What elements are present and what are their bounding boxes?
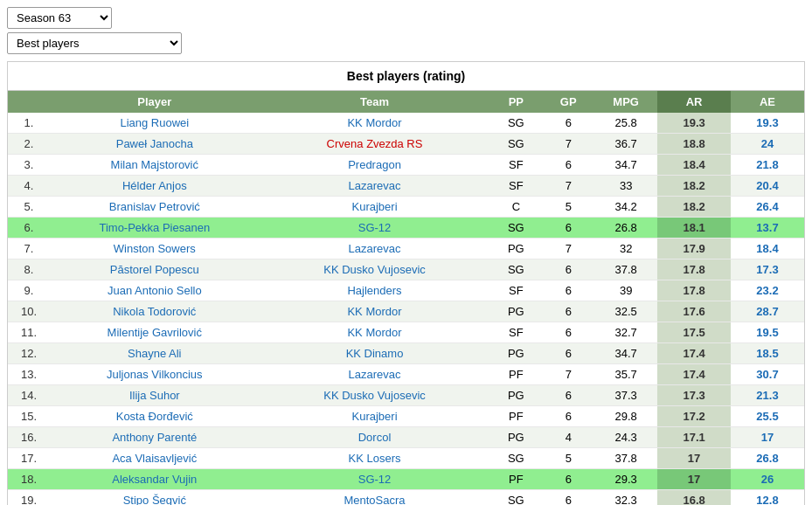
team-name-cell[interactable]: KK Mordor [260,301,490,322]
ae-header: AE [731,91,804,113]
gp-cell: 7 [542,134,594,155]
mpg-cell: 29.8 [594,406,657,427]
team-name-cell[interactable]: Lazarevac [260,239,490,259]
table-row: 7. Winston Sowers Lazarevac PG 7 32 17.9… [8,239,804,259]
gp-cell: 7 [542,239,594,259]
player-name-cell[interactable]: Timo-Pekka Piesanen [50,218,260,239]
team-name-cell[interactable]: Kurajberi [260,406,490,427]
pp-cell: PG [489,301,542,322]
team-name-cell[interactable]: KK Dusko Vujosevic [260,259,490,280]
player-name-cell[interactable]: Milentije Gavrilović [50,322,260,343]
player-name-cell[interactable]: Păstorel Popescu [50,259,260,280]
player-name-cell[interactable]: Aca Vlaisavljević [50,448,260,469]
player-name-cell[interactable]: Milan Majstorović [50,155,260,176]
table-row: 5. Branislav Petrović Kurajberi C 5 34.2… [8,197,804,218]
team-name-cell[interactable]: Predragon [260,155,490,176]
pp-cell: C [489,197,542,218]
player-name-cell[interactable]: Kosta Đorđević [50,406,260,427]
team-header: Team [260,91,490,113]
player-name-cell[interactable]: Stipo Šegvić [50,490,260,506]
player-name-cell[interactable]: Anthony Parenté [50,427,260,448]
mpg-cell: 32 [594,239,657,259]
pp-cell: PF [489,406,542,427]
team-name-cell[interactable]: KK Dinamo [260,343,490,364]
team-name-cell[interactable]: SG-12 [260,218,490,239]
player-name-cell[interactable]: Branislav Petrović [50,197,260,218]
player-name-cell[interactable]: Nikola Todorović [50,301,260,322]
table-row: 1. Liang Ruowei KK Mordor SG 6 25.8 19.3… [8,113,804,134]
table-row: 19. Stipo Šegvić MentoSacra SG 6 32.3 16… [8,490,804,506]
team-name-cell[interactable]: KK Dusko Vujosevic [260,385,490,406]
view-select[interactable]: Best players [7,32,182,54]
team-name-cell[interactable]: KK Mordor [260,322,490,343]
pp-cell: PG [489,385,542,406]
pp-cell: SF [489,322,542,343]
rank-cell: 14. [8,385,50,406]
table-row: 9. Juan Antonio Sello Hajlenders SF 6 39… [8,280,804,301]
player-name-cell[interactable]: Shayne Ali [50,343,260,364]
team-name-cell[interactable]: KK Mordor [260,113,490,134]
player-name-cell[interactable]: Ilija Suhor [50,385,260,406]
season-select[interactable]: Season 63 [7,7,112,29]
player-name-cell[interactable]: Liang Ruowei [50,113,260,134]
player-name-cell[interactable]: Hélder Anjos [50,176,260,197]
player-name-cell[interactable]: Aleksandar Vujin [50,469,260,490]
ae-cell: 20.4 [731,176,804,197]
table-row: 16. Anthony Parenté Dorcol PG 4 24.3 17.… [8,427,804,448]
team-name-cell[interactable]: Kurajberi [260,197,490,218]
mpg-cell: 32.7 [594,322,657,343]
team-name-cell[interactable]: Lazarevac [260,176,490,197]
pp-cell: SG [489,113,542,134]
ar-cell: 17.4 [657,364,731,385]
player-name-cell[interactable]: Juan Antonio Sello [50,280,260,301]
gp-cell: 7 [542,176,594,197]
ae-cell: 12.8 [731,490,804,506]
gp-cell: 6 [542,385,594,406]
gp-cell: 6 [542,301,594,322]
ae-cell: 25.5 [731,406,804,427]
team-name-cell[interactable]: Dorcol [260,427,490,448]
player-name-cell[interactable]: Paweł Janocha [50,134,260,155]
table-row: 8. Păstorel Popescu KK Dusko Vujosevic S… [8,259,804,280]
rank-cell: 15. [8,406,50,427]
rank-cell: 16. [8,427,50,448]
gp-cell: 6 [542,343,594,364]
gp-cell: 6 [542,259,594,280]
rank-cell: 2. [8,134,50,155]
pp-cell: PG [489,343,542,364]
team-name-cell[interactable]: Hajlenders [260,280,490,301]
gp-header: GP [542,91,594,113]
ae-cell: 23.2 [731,280,804,301]
ae-cell: 21.8 [731,155,804,176]
team-name-cell[interactable]: MentoSacra [260,490,490,506]
ae-cell: 18.4 [731,239,804,259]
gp-cell: 6 [542,155,594,176]
table-row: 10. Nikola Todorović KK Mordor PG 6 32.5… [8,301,804,322]
ar-cell: 17.8 [657,259,731,280]
rank-cell: 19. [8,490,50,506]
ae-cell: 21.3 [731,385,804,406]
ae-cell: 17 [731,427,804,448]
ar-cell: 17.8 [657,280,731,301]
ae-cell: 17.3 [731,259,804,280]
ar-cell: 17.3 [657,385,731,406]
player-name-cell[interactable]: Juljonas Vilkoncius [50,364,260,385]
player-name-cell[interactable]: Winston Sowers [50,239,260,259]
team-name-cell[interactable]: Crvena Zvezda RS [260,134,490,155]
mpg-cell: 37.8 [594,448,657,469]
gp-cell: 6 [542,113,594,134]
pp-cell: SF [489,155,542,176]
mpg-cell: 36.7 [594,134,657,155]
team-name-cell[interactable]: Lazarevac [260,364,490,385]
ae-cell: 24 [731,134,804,155]
gp-cell: 7 [542,364,594,385]
table-row: 17. Aca Vlaisavljević KK Losers SG 5 37.… [8,448,804,469]
team-name-cell[interactable]: SG-12 [260,469,490,490]
gp-cell: 4 [542,427,594,448]
team-name-cell[interactable]: KK Losers [260,448,490,469]
mpg-cell: 32.3 [594,490,657,506]
mpg-cell: 34.7 [594,343,657,364]
mpg-cell: 26.8 [594,218,657,239]
pp-cell: SG [489,259,542,280]
mpg-cell: 37.3 [594,385,657,406]
